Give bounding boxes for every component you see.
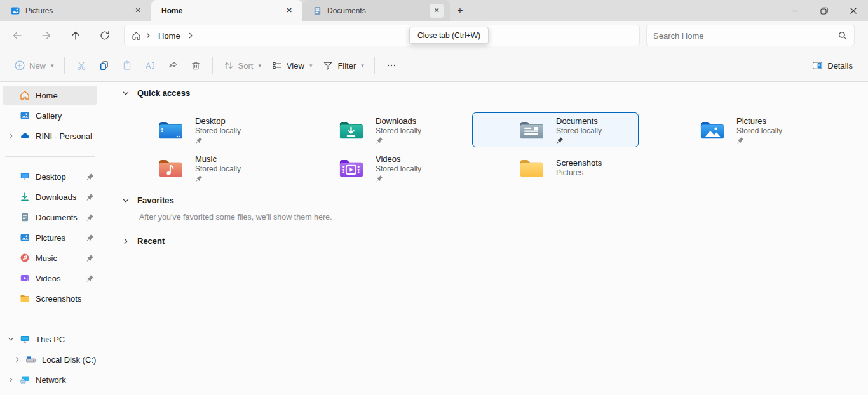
filter-label: Filter bbox=[337, 61, 356, 70]
tab-label: Documents bbox=[327, 6, 424, 15]
toolbar-separator bbox=[212, 57, 213, 74]
pin-icon bbox=[83, 193, 96, 201]
sidebar-item-documents[interactable]: Documents bbox=[3, 208, 97, 227]
close-tab-tooltip: Close tab (Ctrl+W) bbox=[409, 27, 489, 44]
search-box[interactable] bbox=[646, 25, 855, 46]
new-button[interactable]: New ▾ bbox=[9, 54, 59, 77]
share-button[interactable] bbox=[161, 54, 184, 77]
quick-access-section-header[interactable]: Quick access bbox=[119, 88, 190, 98]
back-icon[interactable] bbox=[6, 24, 29, 47]
tile-downloads[interactable]: Downloads Stored locally bbox=[292, 112, 458, 147]
chevron-right-icon[interactable] bbox=[3, 133, 19, 139]
close-window-button[interactable] bbox=[839, 0, 868, 21]
sidebar-item-label: Videos bbox=[36, 274, 83, 283]
tab-documents[interactable]: Documents ✕ bbox=[302, 0, 450, 21]
sidebar-item-label: Home bbox=[36, 91, 97, 100]
sidebar-item-home[interactable]: Home bbox=[3, 86, 97, 105]
tile-subtitle: Stored locally bbox=[736, 126, 782, 136]
sidebar-item-label: Screenshots bbox=[36, 294, 97, 304]
tile-subtitle: Pictures bbox=[556, 168, 602, 178]
music-icon bbox=[19, 253, 30, 263]
tile-pictures[interactable]: Pictures Stored locally bbox=[653, 112, 819, 147]
sort-button[interactable]: Sort ▾ bbox=[218, 54, 266, 77]
section-label: Favorites bbox=[137, 196, 174, 205]
sidebar-item-label: Desktop bbox=[36, 172, 83, 182]
up-icon[interactable] bbox=[64, 24, 87, 47]
tile-title: Desktop bbox=[195, 116, 241, 126]
close-tab-icon[interactable]: ✕ bbox=[430, 4, 444, 18]
close-tab-icon[interactable]: ✕ bbox=[282, 4, 296, 18]
chevron-right-icon[interactable] bbox=[187, 32, 194, 39]
favorites-section-header[interactable]: Favorites bbox=[119, 196, 174, 205]
sidebar-item-gallery[interactable]: Gallery bbox=[3, 106, 97, 125]
sidebar-item-onedrive[interactable]: RINI - Personal bbox=[3, 126, 97, 145]
sidebar-item-label: Local Disk (C:) bbox=[42, 355, 97, 365]
chevron-down-icon[interactable] bbox=[119, 90, 133, 97]
tile-videos[interactable]: Videos Stored locally bbox=[292, 151, 458, 185]
more-options-icon[interactable] bbox=[380, 54, 403, 77]
details-button[interactable]: Details bbox=[806, 54, 858, 77]
tab-pictures[interactable]: Pictures ✕ bbox=[0, 0, 151, 21]
sidebar-item-music[interactable]: Music bbox=[3, 248, 97, 267]
tile-title: Documents bbox=[556, 116, 602, 126]
search-input[interactable] bbox=[653, 31, 837, 41]
tile-title: Screenshots bbox=[556, 158, 602, 168]
search-icon[interactable] bbox=[837, 30, 848, 41]
close-tab-icon[interactable]: ✕ bbox=[131, 4, 145, 18]
chevron-down-icon[interactable] bbox=[119, 197, 133, 204]
sidebar-item-pictures[interactable]: Pictures bbox=[3, 228, 97, 247]
sidebar: Home Gallery RINI - Personal Desktop bbox=[0, 82, 100, 395]
chevron-down-icon[interactable] bbox=[3, 336, 19, 342]
tile-music[interactable]: Music Stored locally bbox=[111, 151, 278, 185]
copy-button[interactable] bbox=[93, 54, 116, 77]
content-area: Quick access Desktop Stored locally bbox=[101, 82, 868, 395]
tile-documents[interactable]: Documents Stored locally bbox=[472, 112, 639, 147]
refresh-icon[interactable] bbox=[93, 24, 116, 47]
chevron-right-icon[interactable] bbox=[9, 356, 25, 363]
videos-folder-icon bbox=[339, 157, 363, 178]
filter-button[interactable]: Filter ▾ bbox=[317, 54, 369, 77]
sidebar-item-label: This PC bbox=[36, 335, 97, 344]
downloads-icon bbox=[19, 192, 30, 202]
delete-button[interactable] bbox=[184, 54, 207, 77]
sort-label: Sort bbox=[238, 61, 254, 70]
address-bar[interactable]: Home bbox=[124, 25, 640, 46]
tile-title: Music bbox=[195, 154, 241, 164]
tab-home[interactable]: Home ✕ bbox=[151, 0, 302, 21]
tile-screenshots[interactable]: Screenshots Pictures bbox=[472, 151, 639, 185]
pin-icon bbox=[376, 175, 421, 182]
home-breadcrumb-icon[interactable] bbox=[131, 30, 142, 41]
desktop-folder-icon bbox=[158, 119, 182, 140]
minimize-button[interactable] bbox=[780, 0, 810, 21]
sidebar-item-videos[interactable]: Videos bbox=[3, 269, 97, 288]
gallery-icon bbox=[19, 110, 30, 121]
plus-circle-icon bbox=[14, 60, 25, 71]
chevron-right-icon[interactable] bbox=[3, 377, 19, 383]
sidebar-item-desktop[interactable]: Desktop bbox=[3, 167, 97, 186]
recent-section-header[interactable]: Recent bbox=[119, 236, 165, 246]
sidebar-item-network[interactable]: Network bbox=[3, 370, 97, 389]
new-label: New bbox=[29, 61, 46, 70]
new-tab-button[interactable]: + bbox=[450, 0, 470, 21]
paste-button[interactable] bbox=[116, 54, 139, 77]
sidebar-item-label: Network bbox=[36, 375, 97, 385]
window-controls bbox=[780, 0, 868, 21]
maximize-button[interactable] bbox=[810, 0, 839, 21]
breadcrumb[interactable]: Home bbox=[154, 31, 184, 41]
view-button[interactable]: View ▾ bbox=[266, 54, 317, 77]
sidebar-item-local-disk-c[interactable]: Local Disk (C:) bbox=[3, 350, 97, 369]
tile-desktop[interactable]: Desktop Stored locally bbox=[111, 112, 278, 147]
chevron-right-icon[interactable] bbox=[119, 238, 133, 245]
sidebar-item-downloads[interactable]: Downloads bbox=[3, 187, 97, 206]
cut-button[interactable] bbox=[70, 54, 93, 77]
pictures-folder-icon bbox=[700, 119, 724, 140]
tile-title: Videos bbox=[376, 154, 421, 164]
sidebar-item-this-pc[interactable]: This PC bbox=[3, 330, 97, 349]
tile-subtitle: Stored locally bbox=[556, 126, 602, 136]
rename-button[interactable] bbox=[139, 54, 161, 77]
pin-icon bbox=[195, 137, 241, 144]
sidebar-item-screenshots[interactable]: Screenshots bbox=[3, 289, 97, 308]
pin-icon bbox=[83, 173, 96, 181]
forward-icon[interactable] bbox=[35, 24, 58, 47]
documents-tab-icon bbox=[313, 6, 322, 16]
